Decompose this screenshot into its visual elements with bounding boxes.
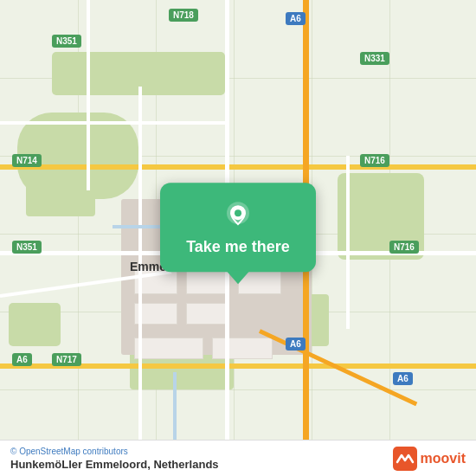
road-label-n351b: N351: [12, 241, 42, 254]
road-v: [346, 156, 350, 329]
road-label-a6b: A6: [286, 338, 306, 351]
road-label-n716a: N716: [360, 154, 389, 167]
map-container: N714 N718 N351 N351 A6 N716 N716 N331 N7…: [0, 0, 476, 476]
road-label-n331: N331: [360, 52, 389, 65]
osm-attribution: © OpenStreetMap contributors: [10, 447, 219, 456]
road-label-n717: N717: [52, 353, 81, 366]
location-name: HunkemöLler Emmeloord, Netherlands: [10, 458, 219, 471]
road-v: [87, 0, 90, 190]
osm-link[interactable]: OpenStreetMap contributors: [19, 447, 128, 456]
road-label-n714: N714: [12, 154, 42, 167]
road-label-n351a: N351: [52, 35, 81, 48]
bottom-bar: © OpenStreetMap contributors HunkemöLler…: [0, 440, 476, 476]
road-label-n716b: N716: [389, 241, 419, 254]
moovit-text: moovit: [421, 451, 466, 466]
road-label-a6a: A6: [286, 12, 306, 25]
grid-line: [0, 389, 476, 390]
location-pin-icon: [222, 200, 254, 231]
moovit-logo-icon: [393, 447, 417, 471]
building-block: [186, 303, 229, 325]
main-road-h: [0, 164, 476, 170]
green-area: [26, 164, 95, 216]
road-label-n351c: A6: [12, 353, 32, 366]
building-block: [212, 338, 273, 359]
building-block: [134, 338, 203, 359]
green-area: [9, 303, 61, 346]
copyright-symbol: ©: [10, 447, 16, 456]
road-v: [138, 87, 142, 476]
road-label-a6c: A6: [393, 372, 413, 385]
road-label-n718: N718: [169, 9, 198, 22]
popup-label: Take me there: [186, 238, 290, 256]
svg-point-2: [235, 209, 241, 216]
road-h: [0, 121, 225, 125]
moovit-logo: moovit: [393, 447, 466, 471]
water-channel: [173, 372, 177, 441]
take-me-there-button[interactable]: Take me there: [160, 183, 316, 272]
